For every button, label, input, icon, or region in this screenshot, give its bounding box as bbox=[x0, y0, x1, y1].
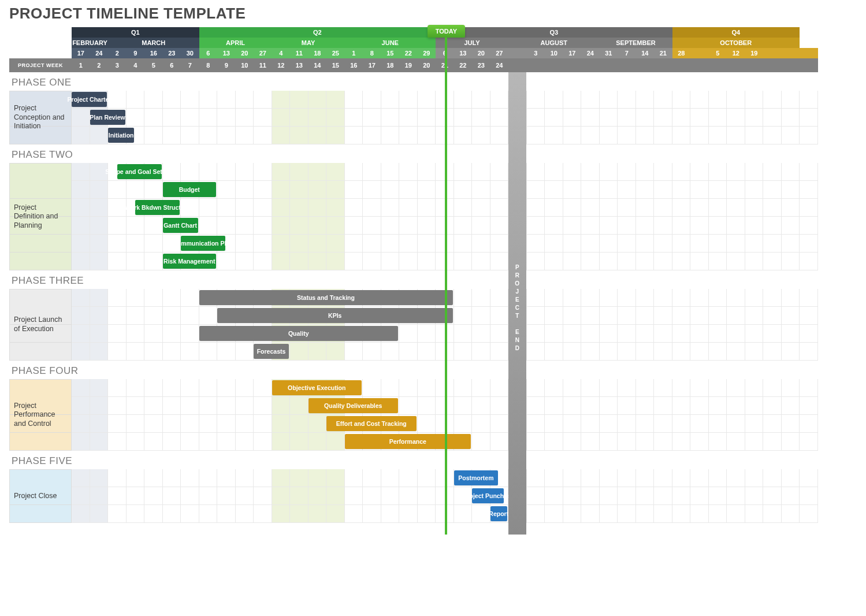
grid-cell bbox=[309, 181, 327, 199]
grid-cell bbox=[672, 199, 691, 217]
grid-cell bbox=[800, 109, 818, 127]
grid-cell bbox=[309, 487, 327, 505]
grid-cell bbox=[272, 199, 291, 217]
grid-cell bbox=[108, 253, 127, 270]
grid-cell bbox=[418, 487, 436, 505]
grid-cell bbox=[563, 415, 582, 433]
task-bar[interactable]: Communication Plan bbox=[181, 236, 225, 251]
grid-cell bbox=[144, 91, 163, 109]
day-header: 1 bbox=[345, 48, 363, 58]
day-header: 27 bbox=[254, 48, 272, 58]
task-bar[interactable]: Plan Review bbox=[90, 110, 125, 125]
grid-cell bbox=[654, 181, 672, 199]
grid-cell bbox=[363, 181, 381, 199]
grid-cell bbox=[144, 325, 163, 343]
day-header: 3 bbox=[527, 48, 545, 58]
grid-cell bbox=[527, 217, 545, 235]
grid-cell bbox=[727, 505, 745, 523]
grid-cell bbox=[763, 505, 782, 523]
task-bar[interactable]: Scope and Goal Setting bbox=[117, 164, 162, 179]
grid-cell bbox=[236, 397, 254, 415]
grid-cell bbox=[272, 415, 291, 433]
day-header bbox=[690, 48, 709, 58]
grid-cell bbox=[545, 91, 563, 109]
grid-cell bbox=[581, 433, 600, 451]
grid-cell bbox=[618, 109, 636, 127]
task-bar[interactable]: Risk Management bbox=[163, 254, 217, 269]
task-bar[interactable]: Report bbox=[490, 506, 508, 521]
day-header: 21 bbox=[654, 48, 672, 58]
grid-cell bbox=[672, 433, 691, 451]
task-bar[interactable]: KPIs bbox=[217, 308, 453, 323]
grid-cell bbox=[199, 415, 218, 433]
grid-cell bbox=[782, 469, 800, 487]
grid-cell bbox=[290, 415, 309, 433]
week-header bbox=[800, 58, 818, 72]
grid-cell bbox=[581, 325, 600, 343]
grid-cell bbox=[144, 343, 163, 361]
grid-cell bbox=[90, 505, 109, 523]
grid-cell bbox=[490, 181, 509, 199]
grid-cell bbox=[745, 469, 764, 487]
grid-cell bbox=[309, 109, 327, 127]
grid-cell bbox=[272, 127, 291, 144]
grid-cell bbox=[600, 181, 618, 199]
grid-cell bbox=[745, 433, 764, 451]
grid-cell bbox=[709, 433, 727, 451]
grid-cell bbox=[636, 415, 655, 433]
task-bar[interactable]: Objective Execution bbox=[272, 380, 362, 395]
task-bar[interactable]: Budget bbox=[163, 182, 217, 197]
phase-label-text: Project Close bbox=[9, 469, 72, 523]
grid-cell bbox=[763, 91, 782, 109]
grid-cell bbox=[163, 91, 181, 109]
grid-cell bbox=[490, 433, 509, 451]
grid-cell bbox=[727, 307, 745, 325]
task-bar[interactable]: Effort and Cost Tracking bbox=[326, 416, 417, 431]
grid-cell bbox=[800, 307, 818, 325]
grid-cell bbox=[399, 469, 418, 487]
grid-cell bbox=[545, 415, 563, 433]
grid-cell bbox=[454, 343, 473, 361]
grid-cell bbox=[709, 181, 727, 199]
grid-cell bbox=[290, 343, 309, 361]
grid-cell bbox=[581, 217, 600, 235]
grid-cell bbox=[363, 253, 381, 270]
grid-cell bbox=[144, 127, 163, 144]
grid-cell bbox=[800, 343, 818, 361]
grid-cell bbox=[600, 505, 618, 523]
task-bar[interactable]: Quality bbox=[199, 326, 399, 341]
task-bar[interactable]: Project Punchlist bbox=[472, 488, 504, 503]
grid-cell bbox=[527, 199, 545, 217]
grid-cell bbox=[782, 415, 800, 433]
grid-cell bbox=[800, 505, 818, 523]
task-bar[interactable]: Performance bbox=[345, 434, 471, 449]
task-bar[interactable]: Postmortem bbox=[454, 470, 499, 485]
task-bar[interactable]: Project Charter bbox=[72, 92, 107, 107]
grid-cell bbox=[326, 199, 345, 217]
grid-cell bbox=[454, 379, 473, 397]
grid-cell bbox=[217, 217, 236, 235]
grid-cell bbox=[217, 379, 236, 397]
grid-cell bbox=[199, 91, 218, 109]
grid-cell bbox=[72, 433, 90, 451]
grid-cell bbox=[618, 469, 636, 487]
task-bar[interactable]: Forecasts bbox=[254, 344, 289, 359]
task-bar[interactable]: Status and Tracking bbox=[199, 290, 453, 305]
task-bar[interactable]: Gantt Chart bbox=[163, 218, 198, 233]
grid-cell bbox=[709, 127, 727, 144]
grid-cell bbox=[800, 91, 818, 109]
grid-cell bbox=[527, 163, 545, 181]
grid-cell bbox=[490, 163, 509, 181]
task-bar[interactable]: Work Bkdwn Structure bbox=[135, 200, 180, 215]
grid-cell bbox=[472, 505, 490, 523]
grid-cell bbox=[690, 343, 709, 361]
grid-cell bbox=[90, 343, 109, 361]
grid-cell bbox=[782, 487, 800, 505]
grid-cell bbox=[108, 397, 127, 415]
grid-cell bbox=[381, 487, 400, 505]
grid-cell bbox=[690, 91, 709, 109]
grid-cell bbox=[236, 217, 254, 235]
grid-cell bbox=[672, 397, 691, 415]
task-bar[interactable]: Initiation bbox=[108, 128, 134, 143]
task-bar[interactable]: Quality Deliverables bbox=[309, 398, 399, 413]
